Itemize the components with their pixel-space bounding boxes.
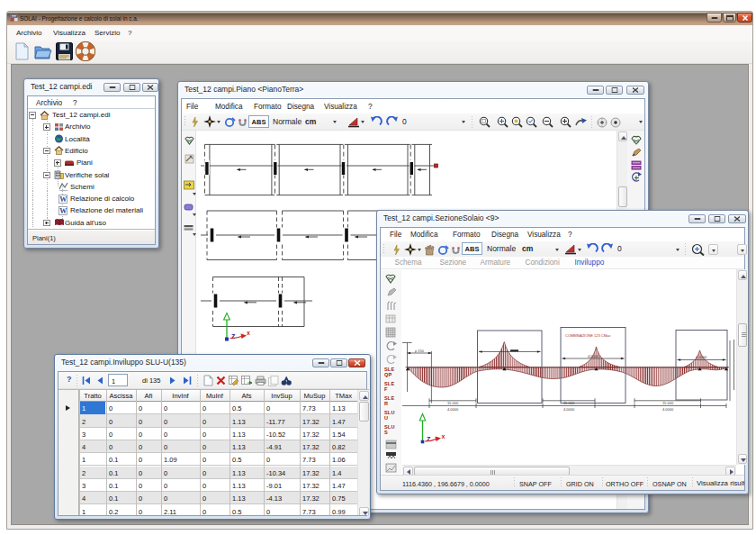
- svg-text:W: W: [59, 195, 67, 204]
- svg-text:4.0000: 4.0000: [447, 407, 459, 412]
- svg-text:W: W: [59, 207, 67, 215]
- svg-text:x: x: [442, 433, 446, 440]
- svg-text:4.0000: 4.0000: [588, 354, 599, 358]
- svg-text:15.000: 15.000: [563, 401, 575, 405]
- svg-text:4.0000: 4.0000: [563, 407, 575, 412]
- svg-text:4.0000: 4.0000: [696, 355, 707, 359]
- svg-text:p 150: p 150: [415, 349, 425, 353]
- svg-text:4.0000: 4.0000: [662, 407, 674, 412]
- svg-text:15.000: 15.000: [662, 401, 674, 405]
- svg-text:COMBINAZIONE 123 CMax: COMBINAZIONE 123 CMax: [565, 333, 610, 338]
- svg-text:x: x: [247, 330, 250, 336]
- svg-text:15.000: 15.000: [447, 401, 459, 405]
